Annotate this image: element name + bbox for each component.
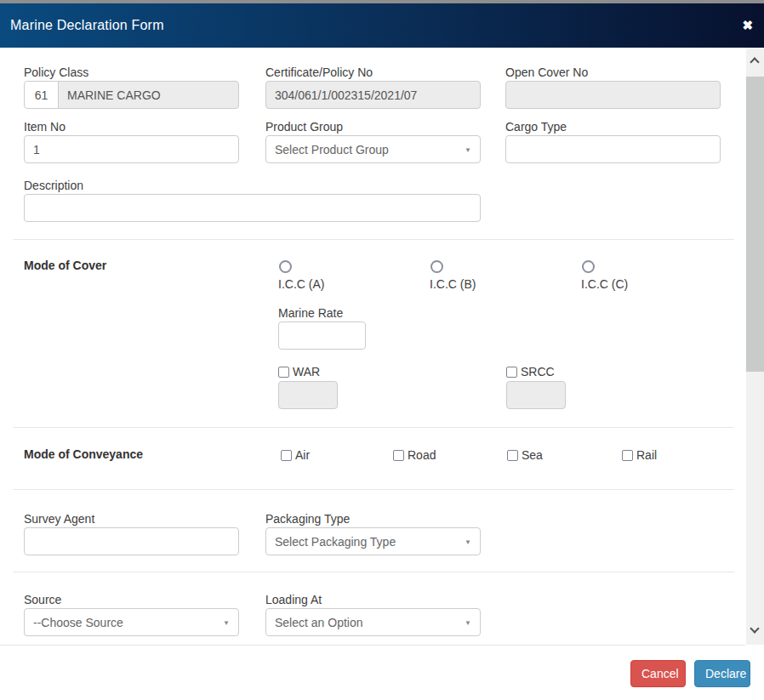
- policy-class-label: Policy Class: [24, 65, 88, 79]
- scrollbar-up-button[interactable]: [746, 51, 764, 71]
- war-checkbox-row: WAR: [278, 365, 320, 378]
- footer-divider: [0, 645, 745, 646]
- icc-c-radio[interactable]: [582, 260, 595, 273]
- scrollbar-thumb[interactable]: [746, 77, 764, 372]
- air-label: Air: [295, 448, 310, 462]
- sea-checkbox-row: Sea: [507, 448, 543, 462]
- certificate-policy-no-label: Certificate/Policy No: [265, 65, 373, 79]
- scrollbar-down-button[interactable]: [746, 621, 764, 641]
- rail-label: Rail: [636, 448, 657, 462]
- description-field[interactable]: [24, 194, 481, 222]
- cancel-button[interactable]: Cancel: [630, 660, 686, 687]
- srcc-checkbox-row: SRCC: [506, 365, 555, 378]
- road-label: Road: [408, 448, 436, 462]
- description-label: Description: [24, 179, 83, 192]
- source-selected-value: --Choose Source: [33, 616, 123, 629]
- policy-class-code-field[interactable]: [24, 81, 59, 109]
- war-label: WAR: [293, 365, 320, 378]
- packaging-type-select[interactable]: Select Packaging Type ▼: [265, 527, 481, 555]
- packaging-type-selected-value: Select Packaging Type: [275, 535, 396, 549]
- item-no-label: Item No: [24, 120, 66, 134]
- chevron-down-icon: ▼: [465, 538, 471, 546]
- mode-of-conveyance-label: Mode of Conveyance: [24, 447, 143, 461]
- road-checkbox[interactable]: [393, 450, 404, 461]
- policy-class-name-field: [58, 81, 239, 109]
- sea-checkbox[interactable]: [507, 450, 518, 461]
- marine-rate-field[interactable]: [278, 322, 366, 350]
- product-group-select[interactable]: Select Product Group ▼: [265, 135, 481, 163]
- icc-a-radio[interactable]: [279, 260, 292, 273]
- loading-at-label: Loading At: [265, 593, 322, 606]
- chevron-down-icon: ▼: [223, 619, 230, 627]
- chevron-down-icon: [750, 623, 759, 633]
- source-label: Source: [24, 593, 61, 606]
- chevron-down-icon: ▼: [465, 619, 471, 627]
- section-divider: [13, 572, 734, 572]
- sea-label: Sea: [522, 448, 543, 462]
- product-group-label: Product Group: [265, 120, 343, 134]
- rail-checkbox-row: Rail: [622, 448, 657, 462]
- loading-at-selected-value: Select an Option: [275, 616, 363, 629]
- section-divider: [13, 239, 734, 240]
- air-checkbox[interactable]: [281, 450, 292, 461]
- air-checkbox-row: Air: [281, 448, 310, 462]
- srcc-label: SRCC: [521, 365, 555, 378]
- cargo-type-field[interactable]: [505, 135, 721, 163]
- close-icon[interactable]: ✖: [738, 17, 756, 34]
- icc-b-label: I.C.C (B): [430, 277, 476, 291]
- source-select[interactable]: --Choose Source ▼: [24, 608, 239, 636]
- srcc-checkbox[interactable]: [506, 367, 517, 378]
- modal-title: Marine Declaration Form: [10, 18, 164, 33]
- packaging-type-label: Packaging Type: [265, 512, 350, 526]
- survey-agent-label: Survey Agent: [24, 512, 94, 526]
- declare-button[interactable]: Declare: [694, 660, 750, 687]
- road-checkbox-row: Road: [393, 448, 436, 462]
- modal-header: Marine Declaration Form ✖: [0, 3, 764, 48]
- icc-b-radio[interactable]: [430, 260, 443, 273]
- open-cover-no-label: Open Cover No: [505, 65, 588, 79]
- item-no-field[interactable]: [24, 135, 239, 163]
- rail-checkbox[interactable]: [622, 450, 633, 461]
- war-checkbox[interactable]: [278, 367, 289, 378]
- chevron-down-icon: ▼: [465, 146, 471, 154]
- cargo-type-label: Cargo Type: [505, 120, 567, 134]
- mode-of-cover-label: Mode of Cover: [24, 259, 106, 272]
- icc-a-label: I.C.C (A): [278, 277, 324, 291]
- product-group-selected-value: Select Product Group: [275, 143, 389, 157]
- marine-rate-label: Marine Rate: [278, 306, 343, 320]
- open-cover-no-field: [505, 81, 721, 109]
- icc-c-label: I.C.C (C): [581, 277, 628, 291]
- section-divider: [13, 427, 734, 428]
- section-divider: [13, 489, 734, 490]
- war-rate-field: [278, 381, 338, 409]
- certificate-policy-no-field: [265, 81, 481, 109]
- chevron-up-icon: [750, 57, 759, 66]
- vertical-scrollbar-track[interactable]: [746, 48, 764, 645]
- survey-agent-field[interactable]: [24, 527, 239, 555]
- loading-at-select[interactable]: Select an Option ▼: [265, 608, 481, 636]
- srcc-rate-field: [506, 381, 566, 409]
